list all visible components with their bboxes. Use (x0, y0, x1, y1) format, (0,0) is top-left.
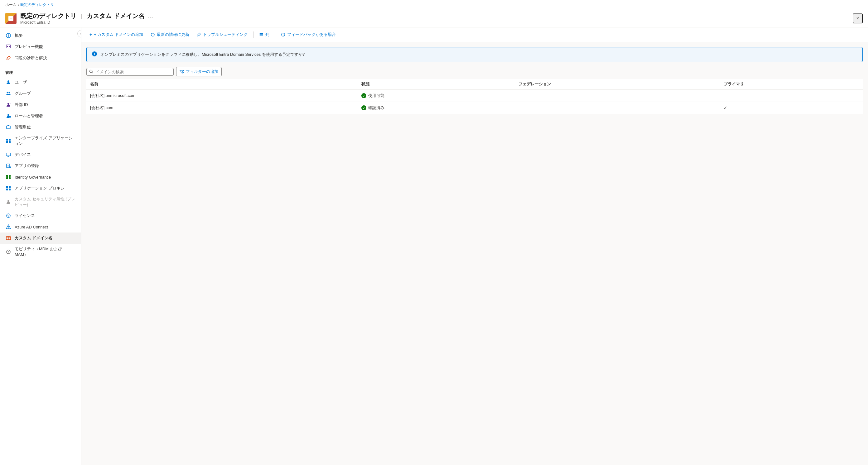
preview-icon (5, 44, 11, 50)
domain-icon (5, 235, 11, 241)
sidebar-label: デバイス (14, 152, 31, 157)
col-name: 名前 (86, 79, 358, 90)
toolbar-separator-2 (275, 31, 275, 38)
svg-rect-20 (6, 153, 10, 156)
plus-icon: + (90, 32, 92, 37)
sidebar-label: 外部 ID (14, 102, 28, 107)
breadcrumb-home[interactable]: ホーム (5, 2, 17, 7)
info-banner-text: オンプレミスのアプリケーションをクラウドに移動し、Microsoft Entra… (100, 52, 305, 57)
user-icon (5, 79, 11, 86)
svg-rect-32 (6, 186, 8, 188)
refresh-icon (151, 32, 155, 37)
svg-point-8 (9, 92, 10, 94)
table-row[interactable]: [会社名].onmicrosoft.com ✓ 使用可能 (86, 90, 863, 102)
sidebar-item-app-register[interactable]: + アプリの登録 (0, 160, 81, 171)
proxy-icon (5, 185, 11, 191)
sidebar-item-custom-security[interactable]: カスタム セキュリティ属性 (プレビュー) (0, 194, 81, 210)
add-custom-domain-button[interactable]: + + カスタム ドメインの追加 (86, 30, 146, 39)
sidebar-item-enterprise-apps[interactable]: エンタープライズ アプリケーション (0, 133, 81, 149)
sidebar-label: アプリケーション プロキシ (14, 186, 65, 191)
sidebar-item-azure-ad-connect[interactable]: Azure AD Connect (0, 221, 81, 232)
svg-point-7 (7, 92, 8, 94)
main-content: + + カスタム ドメインの追加 最新の情報に更新 トラブルシューティング (82, 27, 868, 465)
svg-point-36 (7, 200, 9, 202)
sidebar-item-custom-domain[interactable]: カスタム ドメイン名 (0, 232, 81, 244)
sidebar-item-diagnose[interactable]: 問題の診断と解決 (0, 53, 81, 64)
breadcrumb-current[interactable]: 既定のディレクトリ (20, 2, 54, 7)
header-titles: 既定のディレクトリ | カスタム ドメイン名 … Microsoft Entra… (20, 12, 153, 25)
primary-checkmark: ✓ (724, 105, 727, 110)
svg-rect-4 (9, 46, 10, 47)
custom-security-icon (5, 199, 11, 205)
sidebar: « i 概要 (0, 27, 82, 465)
svg-rect-30 (6, 177, 8, 179)
feedback-button[interactable]: フィードバックがある場合 (278, 30, 339, 39)
col-federation: フェデレーション (515, 79, 720, 90)
svg-text:©: © (7, 215, 9, 217)
search-box[interactable] (86, 68, 174, 76)
cell-domain-name: [会社名].com (86, 102, 358, 114)
sidebar-label: エンタープライズ アプリケーション (14, 135, 76, 146)
sidebar-label: Azure AD Connect (14, 225, 48, 229)
sidebar-item-external-id[interactable]: + 外部 ID (0, 99, 81, 110)
sidebar-item-devices[interactable]: デバイス (0, 149, 81, 160)
group-icon (5, 90, 11, 97)
refresh-button[interactable]: 最新の情報に更新 (148, 30, 192, 39)
svg-text:i: i (8, 34, 9, 37)
troubleshoot-icon (197, 32, 201, 37)
sidebar-item-admin-unit[interactable]: 管理単位 (0, 122, 81, 133)
info-banner: i オンプレミスのアプリケーションをクラウドに移動し、Microsoft Ent… (86, 47, 863, 62)
cell-federation (515, 102, 720, 114)
col-primary: プライマリ (720, 79, 863, 90)
svg-rect-16 (6, 139, 8, 140)
svg-line-57 (92, 72, 93, 73)
table-row[interactable]: [会社名].com ✓ 確認済み ✓ (86, 102, 863, 114)
sidebar-label: 管理単位 (14, 124, 31, 130)
title-separator: | (81, 13, 82, 19)
svg-rect-19 (9, 141, 10, 143)
search-input[interactable] (95, 69, 158, 74)
sidebar-item-overview[interactable]: i 概要 (0, 30, 81, 41)
cell-federation (515, 90, 720, 102)
sidebar-label: モビリティ（MDM および MAM） (14, 246, 76, 258)
sidebar-item-app-proxy[interactable]: アプリケーション プロキシ (0, 182, 81, 194)
filter-btn-label: フィルターの追加 (186, 69, 218, 74)
status-text: 確認済み (368, 105, 384, 111)
svg-text:i: i (94, 52, 95, 56)
connect-icon (5, 224, 11, 230)
table-header-row: 名前 状態 フェデレーション プライマリ (86, 79, 863, 90)
status-text: 使用可能 (368, 93, 384, 98)
sidebar-item-groups[interactable]: グループ (0, 88, 81, 99)
svg-point-6 (7, 80, 9, 82)
enterprise-apps-icon (5, 138, 11, 144)
body-layout: « i 概要 (0, 27, 868, 465)
svg-rect-3 (7, 46, 8, 47)
sidebar-item-users[interactable]: ユーザー (0, 77, 81, 88)
sidebar-label: カスタム セキュリティ属性 (プレビュー) (14, 196, 76, 207)
columns-button[interactable]: 列 (256, 30, 273, 39)
info-icon: i (5, 32, 11, 39)
svg-rect-2 (6, 45, 10, 48)
header-subtitle: Microsoft Entra ID (20, 20, 153, 25)
sidebar-label: カスタム ドメイン名 (14, 235, 52, 241)
search-icon (89, 69, 94, 74)
sidebar-label: 概要 (14, 33, 23, 38)
sidebar-item-preview[interactable]: プレビュー機能 (0, 41, 81, 53)
sidebar-label: グループ (14, 91, 31, 96)
filter-icon (180, 69, 184, 74)
sidebar-label: ユーザー (14, 79, 31, 85)
add-filter-button[interactable]: フィルターの追加 (176, 67, 222, 76)
svg-rect-33 (9, 186, 10, 188)
sidebar-label: Identity Governance (14, 175, 51, 179)
sidebar-item-roles[interactable]: A ロールと管理者 (0, 110, 81, 122)
svg-rect-17 (9, 139, 10, 140)
sidebar-item-identity-gov[interactable]: Identity Governance (0, 171, 81, 182)
sidebar-item-mobility[interactable]: モビリティ（MDM および MAM） (0, 244, 81, 260)
sidebar-item-license[interactable]: © ライセンス (0, 210, 81, 221)
svg-point-52 (283, 33, 284, 34)
close-button[interactable]: × (853, 13, 863, 23)
data-table: 名前 状態 フェデレーション プライマリ [会社名].onmicrosoft.c… (86, 79, 863, 114)
app-icon (5, 13, 17, 24)
toolbar: + + カスタム ドメインの追加 最新の情報に更新 トラブルシューティング (82, 27, 868, 42)
troubleshoot-button[interactable]: トラブルシューティング (194, 30, 251, 39)
